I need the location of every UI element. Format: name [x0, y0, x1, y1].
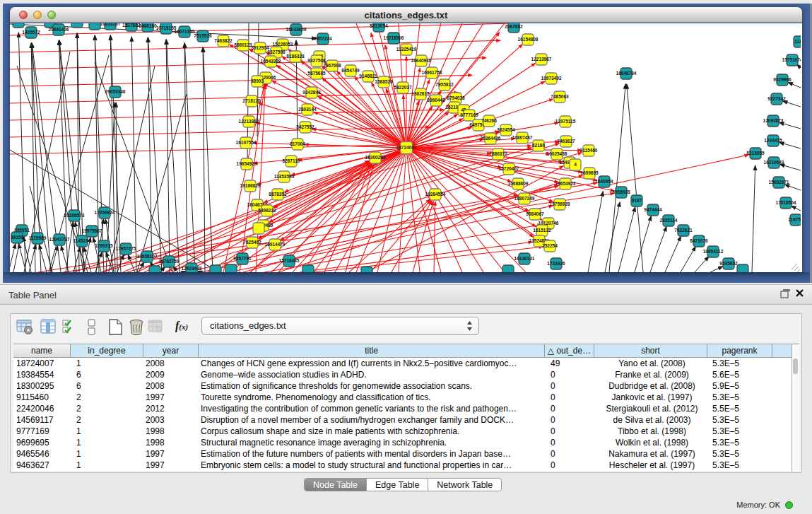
- svg-text:12923448: 12923448: [182, 266, 202, 271]
- svg-text:19218506: 19218506: [384, 35, 404, 40]
- svg-text:2935114: 2935114: [660, 218, 678, 223]
- svg-text:17957275: 17957275: [116, 246, 136, 251]
- svg-text:116753: 116753: [788, 217, 801, 222]
- svg-text:19756928: 19756928: [550, 201, 570, 206]
- svg-text:18300295: 18300295: [365, 155, 386, 160]
- svg-text:252254: 252254: [542, 243, 558, 248]
- svg-text:1145194: 1145194: [73, 238, 91, 243]
- svg-text:5875685: 5875685: [307, 71, 326, 76]
- svg-text:15751074: 15751074: [782, 57, 801, 62]
- svg-text:10653267: 10653267: [100, 23, 121, 26]
- svg-text:4: 4: [574, 162, 577, 167]
- svg-text:7625402: 7625402: [243, 240, 261, 245]
- svg-text:9242843: 9242843: [302, 90, 321, 95]
- svg-text:10973493: 10973493: [541, 76, 562, 81]
- svg-text:6466160: 6466160: [139, 23, 157, 28]
- svg-text:8454749: 8454749: [341, 68, 360, 73]
- svg-text:10807487: 10807487: [512, 135, 533, 140]
- svg-text:9474444: 9474444: [644, 207, 662, 212]
- svg-text:1615132: 1615132: [533, 228, 551, 233]
- svg-text:12093873: 12093873: [763, 118, 784, 123]
- svg-text:16107554: 16107554: [236, 140, 257, 145]
- svg-text:1112: 1112: [794, 39, 801, 44]
- svg-text:9857791: 9857791: [233, 256, 252, 261]
- svg-text:17016504: 17016504: [776, 200, 796, 205]
- svg-text:1362615: 1362615: [411, 91, 430, 96]
- svg-text:18724007: 18724007: [396, 145, 417, 150]
- svg-text:10025458: 10025458: [547, 151, 567, 156]
- svg-text:7886372: 7886372: [489, 151, 507, 156]
- svg-text:9327508: 9327508: [307, 58, 326, 63]
- svg-text:7857224: 7857224: [314, 36, 332, 41]
- svg-text:7463822: 7463822: [214, 38, 233, 43]
- svg-text:12975115: 12975115: [555, 119, 576, 124]
- svg-text:16640910: 16640910: [411, 58, 432, 63]
- svg-text:62160: 62160: [532, 143, 545, 148]
- svg-text:10654112: 10654112: [703, 249, 724, 254]
- svg-text:1588520: 1588520: [375, 79, 393, 84]
- svg-text:3624554: 3624554: [497, 127, 515, 132]
- svg-text:15226053: 15226053: [273, 42, 293, 47]
- svg-text:8215955: 8215955: [746, 151, 765, 156]
- svg-text:1527602: 1527602: [122, 23, 141, 28]
- svg-text:8186328: 8186328: [286, 54, 305, 59]
- svg-text:1733426: 1733426: [547, 261, 565, 266]
- svg-text:9777169: 9777169: [460, 112, 478, 117]
- svg-text:29053346: 29053346: [105, 89, 126, 94]
- svg-text:16782759: 16782759: [159, 259, 180, 264]
- svg-text:3912954: 3912954: [251, 45, 269, 50]
- svg-text:8267110: 8267110: [283, 158, 300, 163]
- svg-text:16136141: 16136141: [514, 256, 535, 261]
- svg-text:19975867: 19975867: [82, 228, 102, 233]
- svg-text:16671355: 16671355: [175, 29, 195, 34]
- svg-text:19654923: 19654923: [555, 181, 576, 186]
- svg-text:9084067: 9084067: [526, 211, 544, 216]
- svg-text:7515526: 7515526: [194, 33, 212, 38]
- svg-text:7485063: 7485063: [551, 94, 569, 99]
- svg-text:2718120: 2718120: [242, 98, 261, 103]
- svg-text:10688609: 10688609: [508, 181, 529, 186]
- svg-text:15716485: 15716485: [279, 258, 300, 263]
- svg-text:18807249: 18807249: [514, 196, 535, 201]
- svg-text:8958928: 8958928: [612, 189, 630, 194]
- svg-text:6794028: 6794028: [447, 95, 465, 100]
- svg-text:8878352: 8878352: [269, 192, 287, 197]
- svg-text:16210643: 16210643: [764, 160, 784, 165]
- svg-text:9227342: 9227342: [767, 96, 786, 101]
- svg-text:20364436: 20364436: [481, 136, 501, 141]
- svg-text:16961758: 16961758: [422, 70, 442, 75]
- svg-text:9699695: 9699695: [580, 170, 599, 175]
- svg-text:16154808: 16154808: [518, 37, 539, 42]
- svg-text:1244415: 1244415: [764, 138, 782, 143]
- svg-text:10719155: 10719155: [156, 25, 177, 30]
- svg-text:19384554: 19384554: [425, 192, 446, 197]
- svg-text:98903: 98903: [251, 78, 264, 83]
- svg-text:9329966: 9329966: [773, 77, 792, 82]
- svg-text:9463627: 9463627: [557, 139, 575, 144]
- svg-text:13958107: 13958107: [137, 254, 158, 259]
- svg-text:17359924: 17359924: [95, 210, 115, 215]
- svg-text:11353594: 11353594: [274, 174, 295, 179]
- svg-text:5822037: 5822037: [394, 85, 412, 90]
- svg-text:16648784: 16648784: [616, 71, 637, 76]
- svg-text:12213967: 12213967: [531, 57, 552, 62]
- svg-text:1290315: 1290315: [95, 243, 113, 248]
- svg-text:1640954: 1640954: [595, 179, 613, 184]
- svg-text:15692971: 15692971: [769, 180, 789, 185]
- svg-text:9146821: 9146821: [359, 74, 377, 78]
- svg-text:2803144: 2803144: [298, 107, 317, 112]
- svg-text:5498222: 5498222: [258, 208, 276, 213]
- svg-text:12942737: 12942737: [49, 237, 70, 242]
- svg-text:11325419: 11325419: [396, 47, 417, 52]
- svg-text:7955812: 7955812: [435, 82, 454, 87]
- svg-text:8427552: 8427552: [296, 124, 314, 129]
- svg-text:16914479: 16914479: [265, 242, 286, 247]
- svg-text:746266: 746266: [481, 118, 497, 123]
- svg-text:20206573: 20206573: [64, 213, 85, 218]
- svg-text:7632621: 7632621: [674, 228, 693, 233]
- svg-text:19654923: 19654923: [237, 161, 257, 166]
- svg-text:8660123: 8660123: [234, 42, 252, 47]
- svg-text:1115689: 1115689: [29, 235, 47, 240]
- svg-text:16543382: 16543382: [261, 59, 281, 64]
- svg-text:8990448: 8990448: [427, 98, 445, 103]
